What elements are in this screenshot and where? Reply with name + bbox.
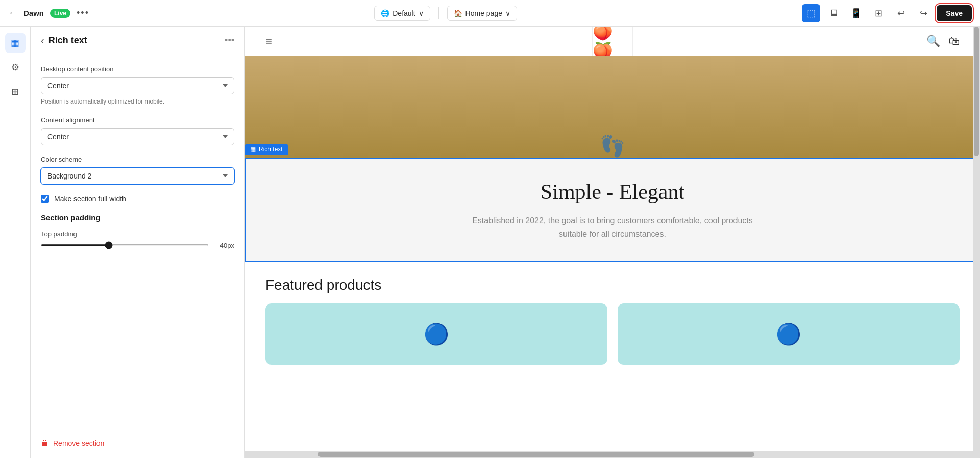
canvas-scrollbar-thumb-v: [974, 27, 979, 156]
canvas-area: ≡ 🍑🍑 🔍 🛍 👣 ▦ Rich text: [245, 27, 980, 458]
make-full-width-row: Make section full width: [41, 195, 234, 203]
canvas-horizontal-scrollbar[interactable]: [245, 451, 973, 458]
hero-feet-icon: 👣: [600, 134, 625, 158]
content-alignment-label: Content alignment: [41, 116, 234, 124]
panel-body: Desktop content position Center Left Rig…: [31, 55, 244, 428]
home-icon: 🏠: [454, 9, 462, 17]
icon-sidebar: ▦ ⚙ ⊞: [0, 27, 31, 458]
save-button[interactable]: Save: [937, 5, 972, 21]
top-padding-slider[interactable]: [41, 244, 209, 246]
color-scheme-select[interactable]: Default Background 1 Background 2 Accent…: [41, 167, 234, 185]
chevron-down-icon: ∨: [419, 9, 424, 17]
desktop-content-position-field: Desktop content position Center Left Rig…: [41, 65, 234, 106]
featured-title: Featured products: [265, 277, 960, 293]
sidebar-item-apps[interactable]: ⊞: [5, 82, 26, 102]
undo-button[interactable]: ↩: [892, 4, 910, 22]
desktop-content-position-select[interactable]: Center Left Right: [41, 77, 234, 94]
sidebar-item-settings[interactable]: ⚙: [5, 57, 26, 78]
globe-icon: 🌐: [381, 9, 389, 17]
default-dropdown[interactable]: 🌐 Default ∨: [374, 6, 430, 21]
more-menu-icon[interactable]: •••: [77, 8, 89, 18]
hero-section: 👣: [245, 56, 980, 158]
panel-title: Rich text: [48, 35, 87, 46]
page-preview: ≡ 🍑🍑 🔍 🛍 👣 ▦ Rich text: [245, 27, 980, 458]
rich-text-heading: Simple - Elegant: [277, 180, 948, 204]
rich-text-section[interactable]: Simple - Elegant Established in 2022, th…: [245, 158, 980, 262]
preview-nav: ≡ 🍑🍑 🔍 🛍: [245, 27, 980, 56]
remove-section-label: Remove section: [53, 439, 104, 447]
content-alignment-select[interactable]: Center Left Right: [41, 128, 234, 145]
products-row: 🔵 🔵: [265, 303, 960, 365]
search-icon[interactable]: 🔍: [926, 35, 940, 48]
rich-text-label: ▦ Rich text: [245, 144, 288, 155]
nav-hamburger-icon[interactable]: ≡: [265, 35, 272, 48]
product-card-2[interactable]: 🔵: [618, 303, 960, 365]
section-padding-heading: Section padding: [41, 213, 234, 222]
desktop-content-position-label: Desktop content position: [41, 65, 234, 73]
separator: [438, 7, 439, 19]
nav-icons: 🔍 🛍: [926, 35, 960, 48]
trash-icon: 🗑: [41, 439, 49, 448]
redo-button[interactable]: ↪: [914, 4, 933, 22]
panel-more-icon[interactable]: •••: [225, 35, 234, 46]
remove-section-button[interactable]: 🗑 Remove section: [31, 428, 244, 458]
color-scheme-field: Color scheme Default Background 1 Backgr…: [41, 156, 234, 185]
top-padding-label: Top padding: [41, 230, 234, 238]
panel-back-icon[interactable]: ‹: [41, 35, 44, 46]
desktop-view-button[interactable]: 🖥: [824, 4, 843, 22]
homepage-dropdown[interactable]: 🏠 Home page ∨: [447, 6, 517, 21]
settings-panel: ‹ Rich text ••• Desktop content position…: [31, 27, 245, 458]
rich-text-body: Established in 2022, the goal is to brin…: [459, 214, 766, 240]
content-alignment-field: Content alignment Center Left Right: [41, 116, 234, 145]
main-layout: ▦ ⚙ ⊞ ‹ Rich text ••• Desktop content po…: [0, 27, 980, 458]
product-card-1[interactable]: 🔵: [265, 303, 607, 365]
featured-products-section: Featured products 🔵 🔵: [245, 262, 980, 365]
canvas-vertical-scrollbar[interactable]: [973, 27, 980, 458]
back-icon[interactable]: ←: [8, 8, 17, 18]
sidebar-item-sections[interactable]: ▦: [5, 33, 26, 53]
rich-text-label-text: Rich text: [259, 146, 283, 153]
chevron-down-icon-2: ∨: [505, 9, 510, 17]
rich-text-label-icon: ▦: [250, 146, 256, 153]
make-full-width-checkbox[interactable]: [41, 195, 49, 203]
rich-text-section-wrapper: ▦ Rich text Simple - Elegant Established…: [245, 158, 980, 262]
color-scheme-label: Color scheme: [41, 156, 234, 163]
panel-header: ‹ Rich text •••: [31, 27, 244, 55]
live-badge: Live: [50, 9, 70, 18]
make-full-width-label: Make section full width: [54, 195, 126, 203]
logo-emoji: 🍑🍑: [593, 27, 632, 61]
homepage-label: Home page: [465, 9, 502, 17]
top-padding-slider-row: 40px: [41, 242, 234, 249]
top-padding-value: 40px: [214, 242, 234, 249]
cart-icon[interactable]: 🛍: [948, 35, 960, 48]
topbar: ← Dawn Live ••• 🌐 Default ∨ 🏠 Home page …: [0, 0, 980, 27]
site-name: Dawn: [23, 9, 44, 17]
extra-view-button[interactable]: ⊞: [869, 4, 888, 22]
mobile-view-button[interactable]: 📱: [847, 4, 865, 22]
select-tool-button[interactable]: ⬚: [802, 4, 820, 22]
canvas-scrollbar-thumb-h: [318, 452, 755, 457]
position-hint: Position is automatically optimized for …: [41, 97, 234, 106]
default-label: Default: [393, 9, 415, 17]
section-padding-group: Section padding Top padding 40px: [41, 213, 234, 249]
